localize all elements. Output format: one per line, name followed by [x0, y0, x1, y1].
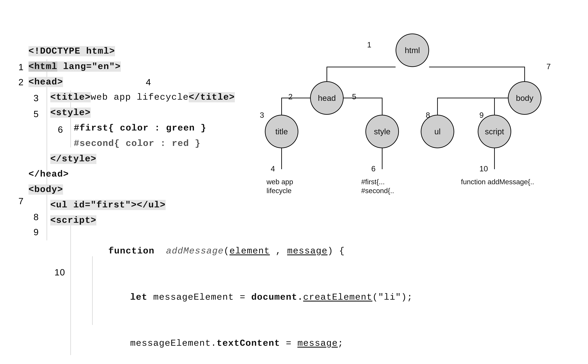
code-block: 1 2 3 4 5 6 7 8 9 10 <!DOCTYPE html> <ht…: [28, 44, 297, 364]
code-label-1: 1: [19, 59, 24, 75]
node-body: body: [508, 81, 542, 115]
fn-decl: function addMessage(element , message) {: [28, 228, 297, 274]
code-label-2: 2: [19, 75, 24, 90]
tree-label-10: 10: [479, 164, 488, 173]
html-open: <html lang="en">: [28, 59, 297, 74]
tree-label-9: 9: [479, 110, 484, 120]
body-open: <body>: [28, 182, 297, 197]
title-line: <title>web app lifecycle</title>: [28, 90, 297, 105]
doctype: <!DOCTYPE html>: [28, 44, 297, 59]
ul-line: <ul id="first"></ul>: [28, 197, 297, 213]
node-html: html: [396, 33, 429, 67]
fn-line1: let messageElement = document.creatEleme…: [28, 274, 297, 320]
tree-label-6: 6: [371, 164, 376, 173]
leaf-title: web app lifecycle: [266, 178, 293, 195]
code-label-7: 7: [19, 194, 24, 209]
style-open: <style>: [28, 105, 297, 120]
page: 1 2 3 4 5 6 7 8 9 10 <!DOCTYPE html> <ht…: [0, 0, 588, 364]
tree-label-7: 7: [546, 62, 551, 71]
node-script: script: [478, 115, 511, 148]
css-second: #second{ color : red }: [28, 136, 297, 151]
script-open: <script>: [28, 213, 297, 228]
head-close: </head>: [28, 167, 297, 182]
leaf-style: #first{... #second{..: [361, 178, 394, 195]
dom-tree: html head body title style ul script 1 2…: [260, 23, 578, 233]
style-close: </style>: [28, 151, 297, 167]
tree-label-3: 3: [260, 110, 264, 120]
node-ul: ul: [421, 115, 454, 148]
fn-line2: messageElement.textContent = message;: [28, 320, 297, 364]
tree-label-1: 1: [367, 40, 371, 49]
tree-label-5: 5: [352, 92, 356, 101]
css-first: #first{ color : green }: [28, 120, 297, 136]
head-open: <head>: [28, 74, 297, 90]
tree-label-2: 2: [288, 92, 293, 101]
tree-label-4: 4: [271, 164, 275, 173]
node-head: head: [310, 81, 344, 115]
leaf-script: function addMessage{..: [461, 178, 534, 186]
node-title: title: [265, 115, 298, 148]
tree-label-8: 8: [426, 110, 430, 120]
node-style: style: [365, 115, 399, 148]
